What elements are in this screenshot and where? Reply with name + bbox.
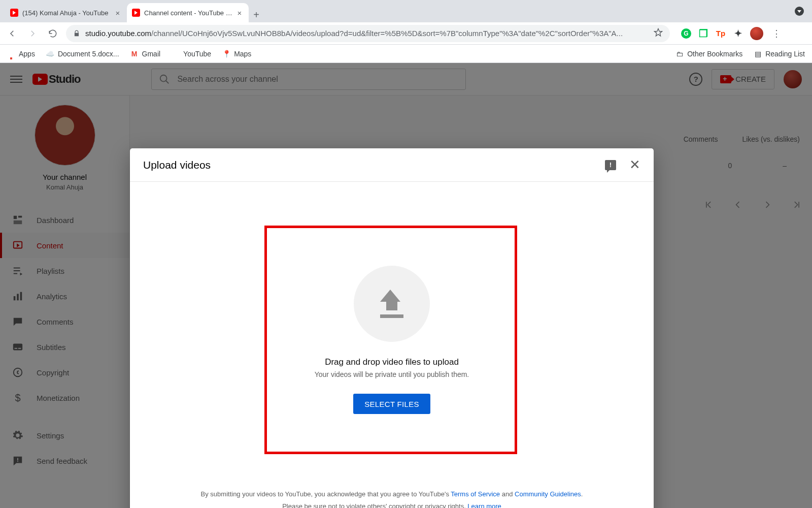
bookmark-label: YouTube: [183, 50, 211, 58]
bookmark-star-icon[interactable]: [654, 28, 663, 39]
bookmark-label: Other Bookmarks: [687, 50, 742, 58]
tab-close-icon[interactable]: ×: [235, 9, 244, 17]
browser-toolbar: studio.youtube.com/channel/UCoHnj6oVjv5S…: [0, 22, 812, 45]
bookmark-label: Gmail: [142, 50, 161, 58]
address-bar[interactable]: studio.youtube.com/channel/UCoHnj6oVjv5S…: [66, 25, 670, 42]
forward-button[interactable]: [25, 26, 40, 41]
modal-title: Upload videos: [143, 159, 211, 171]
grammarly-extension-icon[interactable]: G: [681, 28, 691, 39]
reading-list[interactable]: ▤ Reading List: [754, 50, 805, 58]
youtube-favicon-icon: [132, 9, 140, 17]
apps-grid-icon: [7, 50, 15, 58]
tab-title: (154) Komal Ahuja - YouTube: [22, 9, 114, 17]
browser-tab-strip: (154) Komal Ahuja - YouTube × Channel co…: [0, 0, 812, 22]
bookmark-label: Reading List: [765, 50, 805, 58]
bookmark-item[interactable]: 📍 Maps: [222, 50, 251, 58]
bookmark-item[interactable]: M Gmail: [130, 50, 161, 58]
gmail-icon: M: [130, 50, 139, 58]
browser-tab[interactable]: (154) Komal Ahuja - YouTube ×: [5, 3, 127, 22]
cloud-icon: ☁️: [46, 50, 54, 58]
profile-avatar-icon[interactable]: [750, 27, 763, 40]
tab-close-icon[interactable]: ×: [114, 9, 122, 17]
chat-extension-icon[interactable]: ❐: [698, 28, 708, 39]
guidelines-link[interactable]: Community Guidelines: [515, 490, 581, 498]
bookmark-label: Apps: [19, 50, 35, 58]
lock-icon: [73, 30, 80, 37]
modal-footer: By submitting your videos to YouTube, yo…: [130, 478, 654, 508]
new-tab-button[interactable]: +: [249, 7, 264, 22]
upload-modal: Upload videos ! ✕ Drag and drop video fi…: [130, 148, 654, 508]
other-bookmarks[interactable]: 🗀 Other Bookmarks: [675, 50, 742, 58]
bookmark-item[interactable]: ☁️ Document 5.docx...: [46, 50, 119, 58]
bookmarks-bar: Apps ☁️ Document 5.docx... M Gmail YouTu…: [0, 45, 812, 63]
browser-tab-active[interactable]: Channel content - YouTube Stu ×: [127, 3, 249, 22]
url-text: studio.youtube.com/channel/UCoHnj6oVjv5S…: [85, 29, 650, 38]
annotation-highlight: [264, 226, 517, 454]
reading-list-icon: ▤: [754, 50, 762, 58]
terms-link[interactable]: Terms of Service: [451, 490, 500, 498]
folder-icon: 🗀: [675, 50, 684, 58]
chrome-menu-icon[interactable]: ⋮: [770, 28, 783, 39]
send-feedback-icon[interactable]: !: [605, 160, 616, 170]
extensions-icon[interactable]: ✦: [733, 28, 743, 39]
youtube-favicon-icon: [10, 9, 18, 17]
tp-extension-icon[interactable]: Tp: [716, 28, 726, 39]
maps-icon: 📍: [222, 50, 230, 58]
bookmark-label: Document 5.docx...: [58, 50, 119, 58]
youtube-icon: [172, 50, 180, 58]
back-button[interactable]: [5, 26, 19, 41]
close-icon[interactable]: ✕: [629, 157, 640, 173]
bookmark-label: Maps: [234, 50, 251, 58]
bookmark-item[interactable]: YouTube: [172, 50, 211, 58]
tabs-dropdown-icon[interactable]: [795, 7, 804, 16]
extension-icons: G ❐ Tp ✦ ⋮: [681, 27, 783, 40]
reload-button[interactable]: [46, 26, 60, 41]
learn-more-link[interactable]: Learn more: [467, 502, 501, 508]
apps-shortcut[interactable]: Apps: [7, 50, 35, 58]
tab-title: Channel content - YouTube Stu: [144, 9, 235, 17]
